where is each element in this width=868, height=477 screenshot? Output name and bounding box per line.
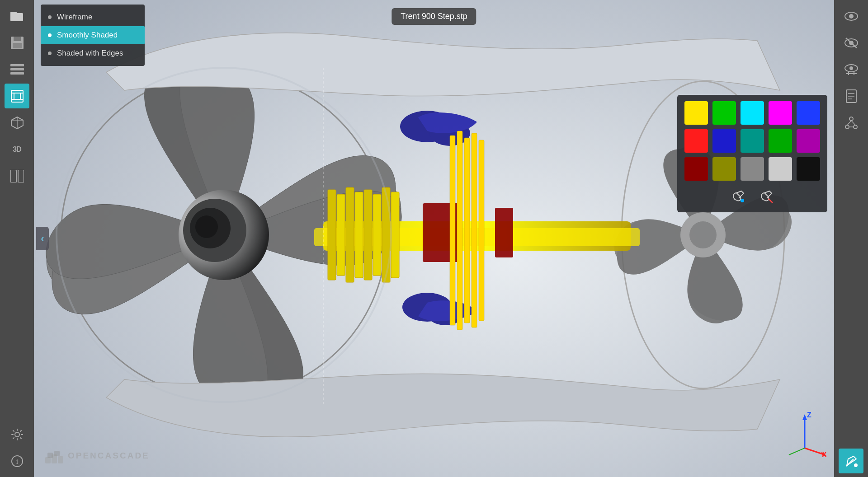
color-row-3 [684,157,820,181]
color-gray[interactable] [741,157,764,181]
svg-point-42 [854,463,858,467]
svg-point-52 [689,221,717,248]
eye-crossed-icon[interactable] [839,30,863,55]
color-panel [677,95,827,212]
svg-rect-89 [54,451,60,456]
watermark: OPENCASCADE [45,448,150,463]
svg-rect-6 [10,68,24,70]
settings-icon[interactable] [5,422,29,447]
color-green[interactable] [712,101,736,125]
color-dark-red[interactable] [684,157,708,181]
shaded-edges-bullet [48,51,52,55]
dropdown-menu: Wireframe Smoothly Shaded Shaded with Ed… [41,5,145,66]
color-olive[interactable] [712,157,736,181]
svg-marker-79 [802,414,807,420]
svg-rect-70 [457,131,462,330]
info-icon[interactable]: i [5,449,29,473]
color-red[interactable] [684,129,708,153]
svg-rect-73 [479,140,484,321]
color-light-gray[interactable] [769,157,792,181]
svg-point-36 [849,117,853,121]
svg-point-23 [849,14,854,19]
network-icon[interactable] [839,110,863,135]
viewport[interactable] [34,0,834,477]
save-icon[interactable] [5,30,29,55]
svg-line-77 [769,199,773,203]
color-teal[interactable] [741,129,764,153]
color-magenta[interactable] [769,101,792,125]
svg-rect-17 [10,170,16,182]
svg-rect-56 [337,194,345,276]
smoothly-shaded-bullet [48,33,52,37]
svg-rect-60 [373,194,381,276]
color-panel-buttons [684,187,820,206]
svg-line-39 [847,121,851,125]
collapse-arrow[interactable]: ‹ [36,227,49,250]
svg-rect-0 [10,13,23,21]
svg-rect-8 [11,90,23,102]
left-sidebar: 3D i [0,0,34,477]
svg-rect-71 [464,138,470,323]
svg-point-37 [845,125,849,129]
svg-rect-87 [58,456,63,463]
svg-rect-5 [10,64,24,66]
title-text: Trent 900 Step.stp [401,12,467,21]
svg-point-38 [854,125,857,129]
shaded-edges-label: Shaded with Edges [57,49,123,58]
svg-text:i: i [16,458,18,465]
svg-point-19 [15,432,19,437]
dropdown-item-smoothly-shaded[interactable]: Smoothly Shaded [41,26,145,44]
document-icon[interactable] [839,84,863,108]
color-purple[interactable] [797,129,820,153]
axis-indicator: Z X [782,412,827,459]
dropdown-item-shaded-edges[interactable]: Shaded with Edges [41,44,145,62]
svg-text:Z: Z [807,412,811,419]
smoothly-shaded-label: Smoothly Shaded [57,31,118,40]
view3d-text-icon[interactable]: 3D [5,137,29,162]
svg-rect-62 [391,192,399,278]
fill-color-button[interactable] [729,187,748,206]
svg-rect-55 [328,190,336,280]
color-black[interactable] [797,157,820,181]
dropdown-item-wireframe[interactable]: Wireframe [41,8,145,26]
svg-rect-72 [472,133,477,327]
svg-rect-1 [10,12,17,14]
right-sidebar [834,0,868,477]
svg-rect-85 [45,457,51,463]
svg-rect-4 [13,43,22,48]
wireframe-bullet [48,15,52,19]
paint-bucket-icon[interactable] [839,449,863,473]
svg-text:X: X [822,451,827,457]
watermark-text: OPENCASCADE [68,451,150,461]
view-box-icon[interactable] [5,84,29,108]
title-tooltip: Trent 900 Step.stp [392,8,476,25]
svg-point-28 [849,66,853,70]
svg-rect-88 [47,453,53,458]
color-dark-green[interactable] [769,129,792,153]
cube-icon[interactable] [5,110,29,135]
svg-rect-64 [495,208,513,257]
color-cyan[interactable] [741,101,764,125]
eye-icon[interactable] [839,4,863,28]
color-dark-blue[interactable] [712,129,736,153]
svg-line-84 [789,448,805,455]
svg-rect-3 [14,37,21,41]
color-row-2 [684,129,820,153]
svg-rect-18 [18,170,24,182]
svg-rect-59 [364,190,372,280]
no-fill-button[interactable] [757,187,776,206]
svg-rect-7 [10,72,24,75]
split-view-icon[interactable] [5,164,29,188]
svg-rect-9 [14,93,20,99]
svg-rect-57 [346,187,354,282]
layers-icon[interactable] [5,57,29,82]
color-blue[interactable] [797,101,820,125]
collapse-arrow-icon: ‹ [41,232,44,245]
color-row-1 [684,101,820,125]
color-yellow[interactable] [684,101,708,125]
folder-icon[interactable] [5,4,29,28]
svg-point-49 [195,215,218,238]
wireframe-label: Wireframe [57,13,92,22]
eye-settings-icon[interactable] [839,57,863,82]
svg-line-40 [851,121,855,125]
